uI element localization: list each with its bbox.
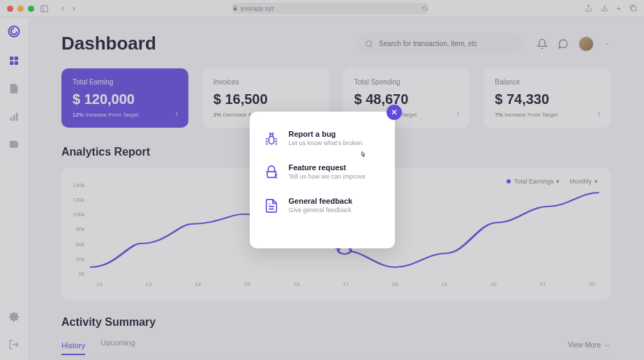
bug-icon xyxy=(264,131,279,147)
option-subtitle: Let us know what's broken xyxy=(289,140,363,147)
option-report-bug[interactable]: Report a bug Let us know what's broken xyxy=(264,130,381,147)
option-subtitle: Give general feedback xyxy=(289,207,353,213)
cursor-pointer-icon xyxy=(359,151,368,160)
svg-rect-16 xyxy=(269,136,274,144)
feedback-modal: ✕ Report a bug Let us know what's broken… xyxy=(250,112,395,248)
modal-overlay[interactable]: ✕ Report a bug Let us know what's broken… xyxy=(0,0,644,360)
modal-close-button[interactable]: ✕ xyxy=(387,105,402,120)
feedback-icon xyxy=(264,198,279,213)
option-title: Feature request xyxy=(289,163,366,172)
option-title: Report a bug xyxy=(289,130,363,138)
option-general-feedback[interactable]: General feedback Give general feedback xyxy=(264,197,381,213)
option-feature-request[interactable]: Feature request Tell us how we can impro… xyxy=(264,163,381,180)
option-title: General feedback xyxy=(289,197,353,205)
feature-icon xyxy=(264,165,279,180)
option-subtitle: Tell us how we can improve xyxy=(289,173,366,180)
